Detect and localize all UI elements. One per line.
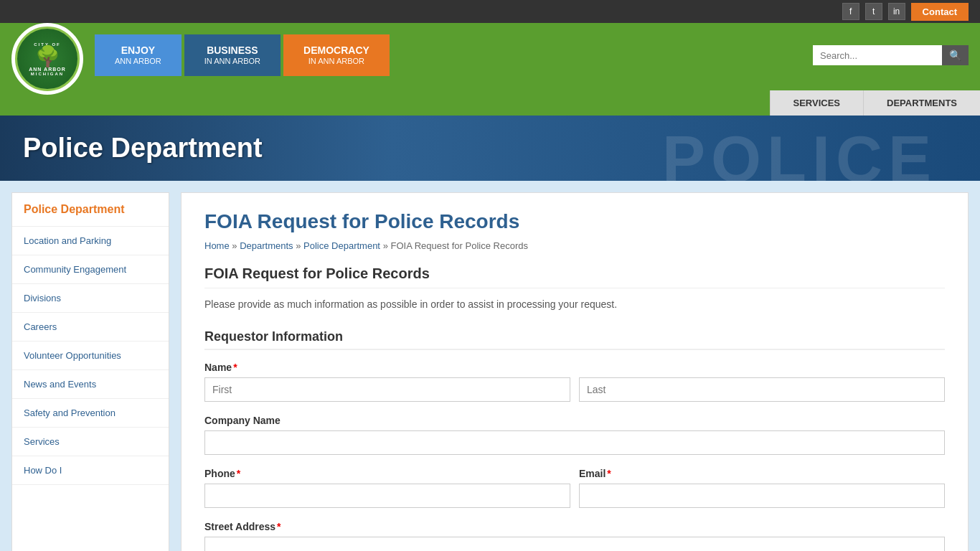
- street-field-group: Street Address*: [204, 521, 945, 551]
- sidebar-item-careers[interactable]: Careers: [12, 313, 169, 342]
- street-required: *: [277, 521, 281, 532]
- street-input[interactable]: [204, 537, 945, 551]
- breadcrumb-current: FOIA Request for Police Records: [390, 240, 527, 251]
- requestor-title: Requestor Information: [204, 329, 945, 350]
- nav-business-label: BUSINESS: [204, 44, 260, 57]
- breadcrumb: Home » Departments » Police Department »…: [204, 240, 945, 251]
- sidebar-item-services[interactable]: Services: [12, 428, 169, 456]
- services-nav-button[interactable]: SERVICES: [770, 90, 864, 116]
- phone-label: Phone*: [204, 468, 570, 479]
- description-text: Please provide as much information as po…: [204, 297, 945, 312]
- phone-field-group: Phone*: [204, 468, 570, 508]
- street-label: Street Address*: [204, 521, 945, 532]
- breadcrumb-sep2: »: [296, 240, 303, 251]
- department-title: Police Department: [23, 133, 957, 164]
- breadcrumb-sep1: »: [232, 240, 240, 251]
- breadcrumb-police[interactable]: Police Department: [303, 240, 380, 251]
- email-input[interactable]: [579, 484, 945, 508]
- company-input[interactable]: [204, 430, 945, 455]
- sidebar-item-news[interactable]: News and Events: [12, 370, 169, 399]
- sidebar-item-howdoi[interactable]: How Do I: [12, 456, 169, 485]
- sidebar-item-location[interactable]: Location and Parking: [12, 227, 169, 255]
- name-row: [204, 377, 945, 402]
- content-wrapper: Police Department Location and Parking C…: [0, 181, 980, 551]
- departments-nav-button[interactable]: DEPARTMENTS: [863, 90, 980, 116]
- section-title: FOIA Request for Police Records: [204, 265, 945, 288]
- nav-democracy[interactable]: DEMOCRACY IN ANN ARBOR: [283, 34, 390, 76]
- page-title: FOIA Request for Police Records: [204, 210, 945, 233]
- company-field-group: Company Name: [204, 415, 945, 455]
- search-button[interactable]: 🔍: [942, 45, 969, 65]
- nav-business-sub: IN ANN ARBOR: [204, 57, 260, 66]
- sidebar-item-volunteer[interactable]: Volunteer Opportunities: [12, 342, 169, 370]
- logo-city-text: ANN ARBOR: [29, 67, 66, 72]
- sidebar-title: Police Department: [12, 193, 169, 227]
- email-required: *: [607, 468, 611, 479]
- breadcrumb-sep3: »: [383, 240, 391, 251]
- logo[interactable]: CITY OF 🌳 ANN ARBOR MICHIGAN: [11, 23, 83, 95]
- header: CITY OF 🌳 ANN ARBOR MICHIGAN ENJOY ANN A…: [0, 23, 980, 88]
- department-banner: Police Department POLICE: [0, 116, 980, 181]
- name-field-group: Name*: [204, 362, 945, 402]
- breadcrumb-home[interactable]: Home: [204, 240, 230, 251]
- first-name-input[interactable]: [204, 377, 570, 402]
- sidebar-item-community[interactable]: Community Engagement: [12, 255, 169, 284]
- sidebar-item-divisions[interactable]: Divisions: [12, 284, 169, 313]
- sub-nav: SERVICES DEPARTMENTS: [0, 88, 980, 116]
- name-label: Name*: [204, 362, 945, 373]
- nav-enjoy-label: ENJOY: [115, 44, 161, 57]
- logo-tree-icon: 🌳: [35, 47, 60, 67]
- company-label: Company Name: [204, 415, 945, 426]
- twitter-icon[interactable]: t: [865, 3, 882, 20]
- nav-democracy-label: DEMOCRACY: [303, 44, 369, 57]
- linkedin-icon[interactable]: in: [888, 3, 905, 20]
- nav-democracy-sub: IN ANN ARBOR: [303, 57, 369, 66]
- facebook-icon[interactable]: f: [842, 3, 859, 20]
- last-name-input[interactable]: [579, 377, 945, 402]
- breadcrumb-departments[interactable]: Departments: [240, 240, 293, 251]
- phone-input[interactable]: [204, 484, 570, 508]
- requestor-section: Requestor Information Name* Company Name: [204, 329, 945, 551]
- name-required: *: [233, 362, 237, 373]
- search-bar: 🔍: [813, 45, 969, 65]
- main-nav: ENJOY ANN ARBOR BUSINESS IN ANN ARBOR DE…: [95, 34, 801, 76]
- phone-required: *: [237, 468, 240, 479]
- search-input[interactable]: [813, 45, 942, 65]
- email-label: Email*: [579, 468, 945, 479]
- nav-enjoy[interactable]: ENJOY ANN ARBOR: [95, 34, 182, 76]
- phone-email-row: Phone* Email*: [204, 468, 945, 521]
- contact-button[interactable]: Contact: [911, 3, 969, 21]
- nav-business[interactable]: BUSINESS IN ANN ARBOR: [184, 34, 281, 76]
- email-field-group: Email*: [579, 468, 945, 508]
- sidebar: Police Department Location and Parking C…: [11, 192, 169, 551]
- main-content: FOIA Request for Police Records Home » D…: [181, 192, 969, 551]
- nav-enjoy-sub: ANN ARBOR: [115, 57, 161, 66]
- sidebar-item-safety[interactable]: Safety and Prevention: [12, 399, 169, 428]
- top-bar: f t in Contact: [0, 0, 980, 23]
- logo-state-text: MICHIGAN: [31, 72, 64, 76]
